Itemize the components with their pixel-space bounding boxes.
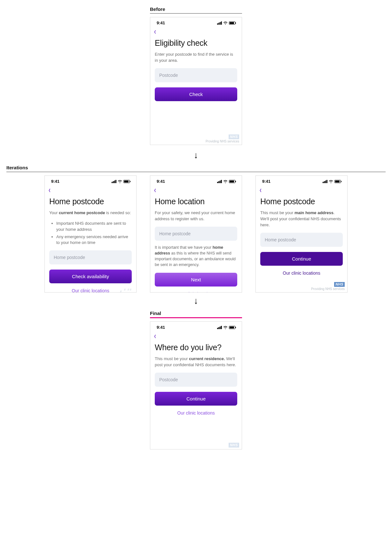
page-title: Home location (155, 197, 237, 206)
clinic-locations-link[interactable]: Our clinic locations (283, 270, 320, 276)
status-bar: 9:41 (150, 17, 242, 27)
next-button[interactable]: Next (155, 273, 237, 287)
arrow-down-icon: ↓ (3, 147, 389, 165)
page-description: This must be your current residence. We'… (155, 356, 237, 368)
section-label-iterations: Iterations (6, 165, 389, 170)
status-time: 9:41 (157, 325, 165, 330)
page-lead: Your current home postcode is needed so: (49, 210, 132, 216)
back-button[interactable]: ‹ (49, 186, 51, 195)
signal-icon (217, 326, 222, 329)
status-icons (112, 180, 130, 183)
postcode-input[interactable] (155, 68, 237, 82)
wifi-icon (118, 180, 122, 183)
page-title: Home postcode (49, 197, 132, 206)
signal-icon (217, 21, 222, 25)
clinic-locations-link[interactable]: Our clinic locations (177, 410, 215, 416)
nhs-tagline: Providing NHS services (206, 140, 239, 143)
page-description: This must be your main home address. We'… (260, 210, 343, 228)
wifi-icon (223, 326, 228, 329)
status-icons (217, 21, 235, 25)
continue-button[interactable]: Continue (260, 252, 343, 266)
page-title: Eligibility check (155, 38, 237, 48)
screen-final: 9:41 ‹ Where do you live? This must be y… (150, 321, 242, 449)
back-button[interactable]: ‹ (154, 332, 156, 341)
screen-iteration-a: 9:41 ‹ Home postcode Your current home p… (44, 175, 137, 293)
status-bar: 9:41 (150, 322, 242, 331)
nhs-logo: NHS (229, 443, 239, 448)
wifi-icon (223, 180, 228, 183)
status-icons (217, 180, 235, 183)
battery-icon (334, 180, 341, 183)
divider-accent (150, 317, 242, 318)
back-button[interactable]: ‹ (260, 186, 262, 195)
signal-icon (323, 180, 327, 183)
postcode-input[interactable] (260, 233, 343, 247)
status-time: 9:41 (51, 179, 59, 184)
postcode-input[interactable] (155, 227, 237, 241)
postcode-input[interactable] (155, 373, 237, 387)
status-icons (217, 326, 235, 329)
status-time: 9:41 (157, 20, 165, 25)
continue-button[interactable]: Continue (155, 392, 237, 406)
wifi-icon (329, 180, 333, 183)
list-item: Important NHS documents are sent to your… (56, 221, 132, 233)
battery-icon (123, 180, 130, 183)
check-availability-button[interactable]: Check availability (49, 270, 132, 283)
signal-icon (112, 180, 116, 183)
clinic-locations-link[interactable]: Our clinic locations (72, 288, 109, 293)
status-time: 9:41 (157, 179, 165, 184)
back-button[interactable]: ‹ (154, 27, 156, 36)
nhs-footer: NHS (229, 443, 239, 448)
helper-text: It is important that we have your home a… (155, 245, 237, 268)
arrow-down-icon: ↓ (3, 293, 389, 311)
divider (150, 13, 242, 14)
status-bar: 9:41 (150, 176, 242, 185)
status-time: 9:41 (262, 179, 270, 184)
page-title: Home postcode (260, 197, 343, 206)
check-button[interactable]: Check (155, 87, 237, 101)
signal-icon (217, 180, 222, 183)
status-bar: 9:41 (45, 176, 136, 185)
wifi-icon (223, 21, 228, 25)
battery-icon (229, 21, 235, 25)
page-description: Enter your postcode to find if the servi… (155, 52, 237, 64)
status-bar: 9:41 (256, 176, 347, 185)
section-label-final: Final (150, 311, 242, 316)
nhs-logo: NHS (334, 282, 345, 287)
screen-iteration-b: 9:41 ‹ Home location For your safety, we… (150, 175, 242, 293)
reasons-list: Important NHS documents are sent to your… (49, 221, 132, 246)
nhs-logo-partial: ▗▝▝▘ (119, 289, 133, 292)
nhs-tagline: Providing NHS services (311, 287, 345, 291)
section-label-before: Before (150, 6, 242, 12)
screen-before: 9:41 ‹ Eligibility check Enter your post… (150, 17, 242, 145)
page-title: Where do you live? (155, 343, 237, 352)
back-button[interactable]: ‹ (154, 186, 156, 195)
divider (6, 172, 386, 172)
nhs-footer: NHS Providing NHS services (206, 134, 239, 143)
battery-icon (229, 326, 235, 329)
clinic-locations-link[interactable]: Our clinic locations (177, 291, 215, 293)
postcode-input[interactable] (49, 250, 132, 264)
battery-icon (229, 180, 235, 183)
nhs-logo: NHS (229, 134, 239, 139)
status-icons (323, 180, 341, 183)
list-item: Any emergency services needed arrive to … (56, 234, 132, 246)
page-description: For your safety, we need your current ho… (155, 210, 237, 222)
nhs-footer: NHS Providing NHS services (311, 282, 345, 291)
screen-iteration-c: 9:41 ‹ Home postcode This must be your m… (255, 175, 348, 293)
